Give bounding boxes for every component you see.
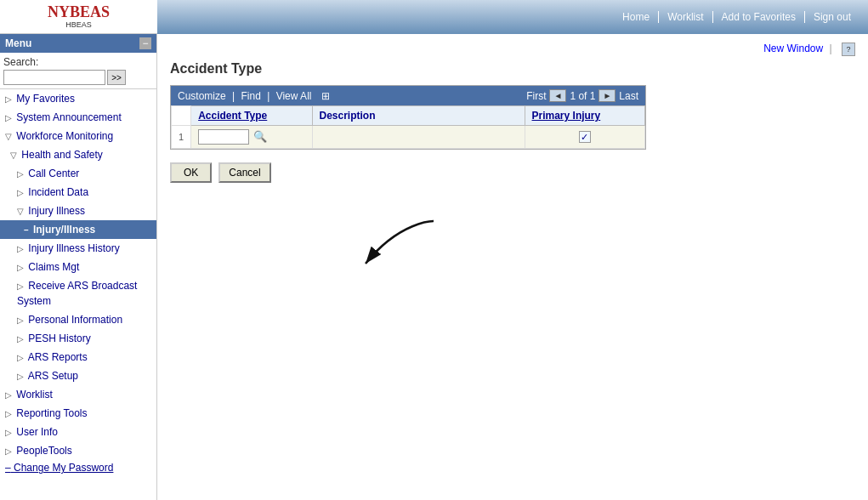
nav-worklist[interactable]: Worklist bbox=[659, 11, 712, 23]
sidebar-label: My Favorites bbox=[16, 93, 75, 105]
search-input[interactable] bbox=[3, 70, 105, 85]
nav-add-favorites[interactable]: Add to Favorites bbox=[713, 11, 805, 23]
description-header: Description bbox=[312, 106, 525, 126]
sidebar-item-favorites[interactable]: ▷ My Favorites bbox=[0, 89, 156, 108]
sidebar-label: Workforce Monitoring bbox=[16, 130, 113, 142]
primary-injury-checkbox[interactable]: ✓ bbox=[579, 131, 591, 143]
description-label: Description bbox=[320, 110, 376, 122]
sidebar-item-incident-data[interactable]: ▷ Incident Data bbox=[0, 183, 156, 202]
sidebar-label: Receive ARS Broadcast System bbox=[17, 280, 137, 307]
sidebar-item-pesh-history[interactable]: ▷ PESH History bbox=[0, 329, 156, 348]
next-page-btn[interactable]: ► bbox=[599, 89, 616, 102]
sidebar-label: ARS Setup bbox=[28, 370, 78, 382]
sidebar-item-worklist[interactable]: ▷ Worklist bbox=[0, 385, 156, 404]
sidebar-label: Incident Data bbox=[28, 186, 88, 198]
cancel-button[interactable]: Cancel bbox=[218, 162, 270, 183]
logo-sub: HBEAS bbox=[48, 20, 110, 29]
accident-type-cell: 🔍 bbox=[191, 126, 312, 149]
sidebar-label: ARS Reports bbox=[28, 351, 88, 363]
sidebar-item-personal-info[interactable]: ▷ Personal Information bbox=[0, 310, 156, 329]
grid-icon: ⊞ bbox=[321, 90, 330, 102]
sidebar-item-health-safety[interactable]: ▽ Health and Safety bbox=[0, 145, 156, 164]
toolbar-right: First ◄ 1 of 1 ► Last bbox=[526, 89, 638, 102]
sidebar-collapse-btn[interactable]: − bbox=[139, 37, 151, 49]
arrow-icon: ▷ bbox=[17, 169, 24, 179]
sidebar-item-injury-illness-history[interactable]: ▷ Injury Illness History bbox=[0, 239, 156, 258]
primary-injury-sort-link[interactable]: Primary Injury bbox=[532, 110, 601, 122]
logo-text: NYBEAS bbox=[48, 4, 110, 21]
arrow-icon: ▷ bbox=[5, 446, 12, 456]
arrow-icon: ▽ bbox=[17, 207, 24, 216]
page-title: Accident Type bbox=[170, 61, 855, 77]
find-link[interactable]: Find bbox=[241, 90, 261, 102]
new-window-link[interactable]: New Window bbox=[763, 43, 823, 54]
ok-button[interactable]: OK bbox=[170, 162, 212, 183]
prev-page-btn[interactable]: ◄ bbox=[549, 89, 566, 102]
search-button[interactable]: >> bbox=[107, 70, 126, 85]
last-label: Last bbox=[619, 90, 638, 102]
sidebar-item-claims-mgt[interactable]: ▷ Claims Mgt bbox=[0, 258, 156, 276]
sidebar-title: Menu bbox=[5, 37, 31, 49]
arrow-icon: ▷ bbox=[17, 244, 24, 253]
sidebar-item-injury-illness-group[interactable]: ▽ Injury Illness bbox=[0, 202, 156, 220]
sidebar-item-ars-broadcast[interactable]: ▷ Receive ARS Broadcast System bbox=[0, 276, 156, 310]
data-table: Accident Type Description Primary Injury bbox=[171, 105, 645, 149]
toolbar-left: Customize | Find | View All ⊞ bbox=[178, 90, 330, 102]
sidebar-label: Health and Safety bbox=[21, 149, 102, 161]
sidebar-item-call-center[interactable]: ▷ Call Center bbox=[0, 164, 156, 183]
arrow-icon: ▷ bbox=[17, 334, 24, 344]
action-buttons: OK Cancel bbox=[170, 162, 855, 183]
accident-type-header: Accident Type bbox=[191, 106, 312, 126]
sidebar-label: User Info bbox=[16, 426, 58, 438]
table-wrapper: Customize | Find | View All ⊞ First ◄ 1 … bbox=[170, 85, 646, 150]
sidebar-item-system-announcement[interactable]: ▷ System Announcement bbox=[0, 108, 156, 127]
search-lookup-icon[interactable]: 🔍 bbox=[253, 130, 267, 143]
search-label: Search: bbox=[3, 56, 38, 68]
primary-injury-header: Primary Injury bbox=[525, 106, 644, 126]
sidebar-item-ars-setup[interactable]: ▷ ARS Setup bbox=[0, 366, 156, 385]
arrow-icon: ▽ bbox=[10, 151, 17, 160]
page-info: 1 of 1 bbox=[570, 90, 595, 102]
arrow-icon: – bbox=[5, 462, 11, 474]
sidebar-item-injury-illness[interactable]: – Injury/Illness bbox=[0, 220, 156, 239]
sidebar-label: System Announcement bbox=[16, 111, 121, 123]
arrow-annotation bbox=[357, 213, 459, 298]
table-row: 1 🔍 ✓ bbox=[172, 126, 645, 149]
help-icon[interactable]: ? bbox=[842, 43, 855, 56]
new-window-bar: New Window | ? bbox=[170, 43, 855, 56]
first-label: First bbox=[526, 90, 546, 102]
sidebar-item-people-tools[interactable]: ▷ PeopleTools bbox=[0, 441, 156, 460]
arrow-icon: ▷ bbox=[17, 372, 24, 381]
row-number: 1 bbox=[172, 126, 191, 149]
sidebar-search-area: Search: >> bbox=[0, 53, 156, 89]
table-toolbar: Customize | Find | View All ⊞ First ◄ 1 … bbox=[171, 86, 645, 105]
sidebar-item-ars-reports[interactable]: ▷ ARS Reports bbox=[0, 348, 156, 366]
logo: NYBEAS HBEAS bbox=[0, 0, 157, 34]
row-num-header bbox=[172, 106, 191, 126]
sidebar-header: Menu − bbox=[0, 34, 156, 53]
sidebar-label: Injury Illness bbox=[28, 205, 85, 217]
arrow-icon: ▷ bbox=[17, 263, 24, 272]
customize-link[interactable]: Customize bbox=[178, 90, 226, 102]
accident-type-input[interactable] bbox=[198, 129, 249, 145]
data-table-container: Customize | Find | View All ⊞ First ◄ 1 … bbox=[170, 85, 646, 150]
sidebar-label: Personal Information bbox=[28, 314, 122, 326]
sidebar-item-workforce-monitoring[interactable]: ▽ Workforce Monitoring bbox=[0, 127, 156, 145]
arrow-icon: ▷ bbox=[17, 353, 24, 362]
nav-sign-out[interactable]: Sign out bbox=[805, 11, 859, 23]
arrow-icon: – bbox=[24, 225, 29, 235]
sidebar-label: Injury/Illness bbox=[33, 224, 95, 236]
sidebar-item-user-info[interactable]: ▷ User Info bbox=[0, 423, 156, 441]
sidebar-label: Call Center bbox=[28, 168, 79, 179]
arrow-icon: ▷ bbox=[5, 113, 12, 122]
arrow-icon: ▷ bbox=[5, 428, 12, 437]
nav-home[interactable]: Home bbox=[614, 11, 659, 23]
sidebar-item-reporting-tools[interactable]: ▷ Reporting Tools bbox=[0, 404, 156, 423]
accident-type-sort-link[interactable]: Accident Type bbox=[198, 110, 267, 122]
change-password-label: Change My Password bbox=[14, 462, 113, 474]
sidebar-label: PeopleTools bbox=[16, 445, 71, 457]
arrow-icon: ▷ bbox=[5, 94, 12, 104]
view-all-link[interactable]: View All bbox=[276, 90, 312, 102]
sidebar-label: PESH History bbox=[28, 332, 90, 344]
change-password-link[interactable]: – Change My Password bbox=[0, 460, 156, 475]
